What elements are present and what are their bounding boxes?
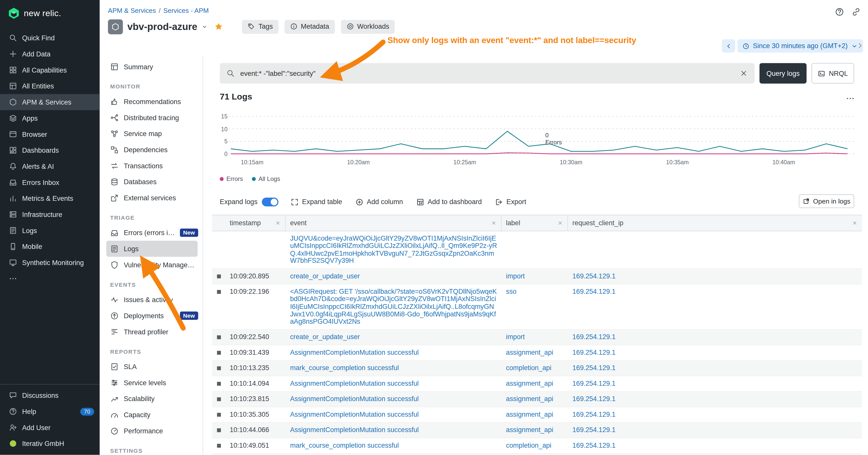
sidebar-item-more[interactable] [0, 270, 99, 287]
event-cell[interactable]: create_or_update_user [285, 269, 501, 284]
log-row[interactable]: 10:10:44.066AssignmentCompletionMutation… [212, 423, 862, 438]
tags-button[interactable]: Tags [242, 20, 279, 33]
event-cell[interactable]: AssignmentCompletionMutation successful [285, 346, 501, 360]
nav-item-vulnerability-management[interactable]: Vulnerability Management [99, 257, 203, 273]
timestamp-cell[interactable]: 10:10:23.815 [225, 392, 285, 407]
expand-table-button[interactable]: Expand table [291, 198, 342, 206]
export-button[interactable]: Export [495, 198, 526, 206]
nav-item-service-map[interactable]: Service map [99, 126, 203, 142]
nav-item-transactions[interactable]: Transactions [99, 158, 203, 174]
log-row[interactable]: 10:10:49.051mark_course_completion succe… [212, 438, 862, 454]
breadcrumb-services-apm[interactable]: Services - APM [163, 6, 209, 14]
row-marker[interactable] [217, 382, 221, 386]
sidebar-item-logs[interactable]: Logs [0, 223, 99, 238]
entity-switcher-chevron-icon[interactable] [202, 24, 208, 30]
log-row[interactable]: 10:10:35.305AssignmentCompletionMutation… [212, 408, 862, 423]
request-client-ip-cell[interactable]: 169.254.129.1 [568, 377, 862, 391]
nav-item-databases[interactable]: Databases [99, 174, 203, 190]
sidebar-item-browser[interactable]: Browser [0, 126, 99, 142]
entity-name[interactable]: vbv-prod-azure [127, 21, 197, 32]
sidebar-item-help[interactable]: Help70 [0, 403, 99, 420]
log-row[interactable]: 10:10:13.235mark_course_completion succe… [212, 361, 862, 377]
column-header-label[interactable]: label [501, 215, 568, 231]
nav-item-thread-profiler[interactable]: Thread profiler [99, 324, 203, 340]
log-row[interactable]: 10:09:31.439AssignmentCompletionMutation… [212, 346, 862, 361]
event-cell[interactable]: create_or_update_user [285, 330, 501, 345]
row-marker[interactable] [217, 366, 221, 370]
event-cell[interactable]: AssignmentCompletionMutation successful [285, 377, 501, 391]
request-client-ip-cell[interactable]: 169.254.129.1 [568, 423, 862, 438]
row-marker[interactable] [217, 335, 221, 339]
expand-logs-toggle[interactable] [262, 197, 279, 206]
log-row[interactable]: 10:11:00.311AssignmentCompletionMutation… [212, 454, 862, 455]
sidebar-item-mobile[interactable]: Mobile [0, 238, 99, 255]
nav-item-performance[interactable]: Performance [99, 423, 203, 439]
breadcrumb-apm-services[interactable]: APM & Services [108, 6, 156, 14]
row-marker[interactable] [217, 428, 221, 432]
request-client-ip-cell[interactable]: 169.254.129.1 [568, 330, 862, 345]
request-client-ip-cell[interactable]: 169.254.129.1 [568, 454, 862, 455]
event-cell[interactable]: AssignmentCompletionMutation successful [285, 408, 501, 422]
column-header-event[interactable]: event [285, 215, 501, 231]
logs-chart[interactable]: 0 Errors 05101510:15am10:20am10:25am10:3… [220, 112, 856, 168]
sidebar-item-metrics-events[interactable]: Metrics & Events [0, 191, 99, 206]
add-column-button[interactable]: Add column [355, 198, 403, 206]
legend-item-all-logs[interactable]: All Logs [252, 175, 280, 182]
nav-item-scalability[interactable]: Scalability [99, 391, 203, 407]
time-range-back-button[interactable] [722, 39, 735, 53]
sidebar-item-add-user[interactable]: Add User [0, 420, 99, 435]
row-marker[interactable] [217, 274, 221, 279]
row-marker[interactable] [217, 290, 221, 294]
sidebar-item-apm-services[interactable]: APM & Services [0, 94, 99, 110]
nrql-button[interactable]: NRQL [811, 63, 854, 84]
event-cell[interactable]: JUQVU&code=eyJraWQiOiJjcGltY29yZV8wOTI1M… [285, 231, 501, 268]
label-cell[interactable]: assignment_api [501, 392, 568, 407]
nav-item-errors-errors-inb[interactable]: Errors (errors inb...New [99, 225, 203, 241]
nav-item-distributed-tracing[interactable]: Distributed tracing [99, 109, 203, 126]
log-row[interactable]: 10:09:22.196<ASGIRequest: GET '/sso/call… [212, 285, 862, 330]
sidebar-item-apps[interactable]: Apps [0, 110, 99, 126]
row-marker[interactable] [217, 397, 221, 401]
timestamp-cell[interactable]: 10:09:22.540 [225, 330, 285, 345]
nav-item-deployments[interactable]: DeploymentsNew [99, 307, 203, 324]
query-logs-button[interactable]: Query logs [760, 63, 807, 84]
sidebar-item-all-capabilities[interactable]: All Capabilities [0, 62, 99, 78]
label-cell[interactable]: assignment_api [501, 377, 568, 391]
event-cell[interactable]: <ASGIRequest: GET '/sso/callback/?state=… [285, 285, 501, 329]
event-cell[interactable]: AssignmentCompletionMutation successful [285, 454, 501, 455]
event-cell[interactable]: AssignmentCompletionMutation successful [285, 423, 501, 438]
sidebar-item-all-entities[interactable]: All Entities [0, 78, 99, 94]
sidebar-item-dashboards[interactable]: Dashboards [0, 142, 99, 158]
event-cell[interactable]: AssignmentCompletionMutation successful [285, 392, 501, 407]
workloads-button[interactable]: Workloads [341, 20, 395, 33]
log-row[interactable]: JUQVU&code=eyJraWQiOiJjcGltY29yZV8wOTI1M… [212, 231, 862, 269]
timestamp-cell[interactable]: 10:10:49.051 [225, 438, 285, 453]
metadata-button[interactable]: Metadata [284, 20, 335, 33]
label-cell[interactable]: assignment_api [501, 346, 568, 360]
time-range-forward-icon[interactable] [856, 41, 864, 50]
label-cell[interactable]: sso [501, 285, 568, 329]
sidebar-item-infrastructure[interactable]: Infrastructure [0, 206, 99, 223]
sidebar-item-alerts-ai[interactable]: Alerts & AI [0, 158, 99, 174]
sidebar-item-iterativ-gmbh[interactable]: Iterativ GmbH [0, 435, 99, 452]
request-client-ip-cell[interactable]: 169.254.129.1 [568, 392, 862, 407]
label-cell[interactable]: assignment_api [501, 423, 568, 438]
request-client-ip-cell[interactable]: 169.254.129.1 [568, 269, 862, 284]
timestamp-cell[interactable]: 10:11:00.311 [225, 454, 285, 455]
event-cell[interactable]: mark_course_completion successful [285, 438, 501, 453]
clear-query-icon[interactable] [740, 69, 748, 77]
event-cell[interactable]: mark_course_completion successful [285, 361, 501, 376]
request-client-ip-cell[interactable]: 169.254.129.1 [568, 438, 862, 453]
remove-column-timestamp-icon[interactable] [275, 220, 281, 226]
row-marker[interactable] [217, 351, 221, 355]
help-icon[interactable] [835, 7, 844, 17]
nav-item-sla[interactable]: SLA [99, 358, 203, 375]
column-header-timestamp[interactable]: timestamp [225, 215, 285, 231]
sidebar-item-quick-find[interactable]: Quick Find [0, 30, 99, 46]
nav-item-external-services[interactable]: External services [99, 190, 203, 206]
logs-query-bar[interactable]: event:* -"label":"security" [220, 63, 754, 84]
sidebar-item-discussions[interactable]: Discussions [0, 388, 99, 403]
row-marker[interactable] [217, 413, 221, 417]
timestamp-cell[interactable]: 10:09:22.196 [225, 285, 285, 329]
label-cell[interactable]: completion_api [501, 438, 568, 453]
